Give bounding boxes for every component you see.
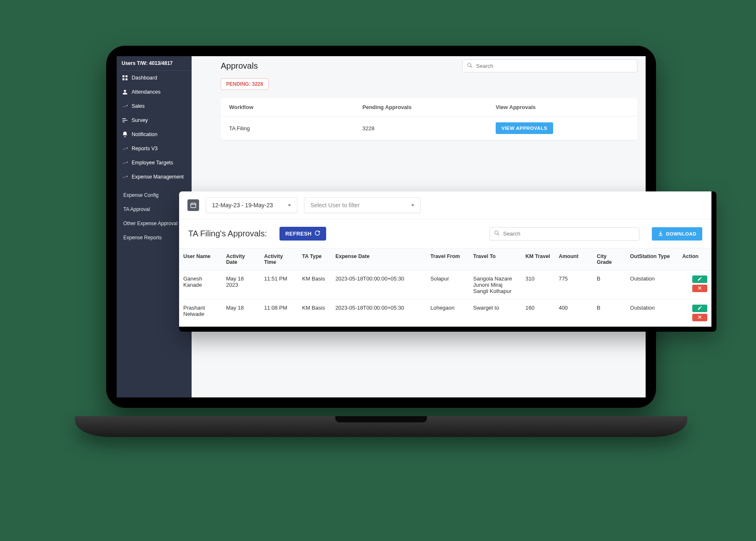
edit-row-button[interactable]: [692, 305, 707, 312]
sidebar-item-expense-management[interactable]: Expense Management: [117, 170, 192, 184]
cell-edate: 2023-05-18T00:00:00+05:30: [331, 270, 426, 300]
table-row: Ganesh Kanade May 18 2023 11:51 PM KM Ba…: [179, 270, 711, 300]
growth-icon: [122, 145, 128, 152]
cell-user: Ganesh Kanade: [179, 270, 222, 300]
pending-badge[interactable]: PENDING: 3228: [221, 78, 269, 90]
panel-filter-bar: 12-May-23 - 19-May-23 Select User to fil…: [179, 191, 711, 219]
person-icon: [122, 89, 128, 95]
cell-tto: Swarget to: [469, 300, 521, 327]
cell-adate: May 18 2023: [222, 270, 260, 300]
col-workflow: Workflow: [229, 104, 362, 110]
panel-toolbar: TA Filing's Approvals: REFRESH DOWNLOAD: [179, 219, 711, 248]
cell-grade: B: [593, 270, 626, 300]
delete-row-button[interactable]: [692, 285, 707, 292]
approvals-search-input[interactable]: [476, 63, 633, 69]
th-outtype: OutStation Type: [626, 248, 679, 270]
download-label: DOWNLOAD: [666, 231, 696, 236]
sidebar-item-label: Reports V3: [132, 146, 158, 151]
table-header-row: User Name Activity Date Activity Time TA…: [179, 248, 711, 270]
sidebar-item-survey[interactable]: Survey: [117, 113, 192, 127]
sidebar-item-label: Expense Management: [132, 174, 184, 180]
close-icon: [697, 285, 702, 292]
dashboard-icon: [122, 74, 128, 81]
calendar-icon: [187, 199, 199, 211]
cell-action: [678, 300, 711, 327]
sidebar-item-employee-targets[interactable]: Employee Targets: [117, 156, 192, 170]
pencil-icon: [697, 305, 702, 312]
search-icon: [467, 62, 473, 69]
delete-row-button[interactable]: [692, 314, 707, 321]
cell-adate: May 18: [222, 300, 260, 327]
date-range-value: 12-May-23 - 19-May-23: [212, 202, 273, 208]
cell-tfrom: Lohegaon: [426, 300, 469, 327]
col-view: View Approvals: [496, 104, 629, 110]
col-pending: Pending Approvals: [362, 104, 496, 110]
refresh-button[interactable]: REFRESH: [279, 227, 326, 241]
sidebar-item-label: Dashboard: [132, 75, 157, 81]
workflow-name: TA Filing: [229, 125, 362, 132]
page-title: Approvals: [221, 61, 258, 71]
th-atime: Activity Time: [260, 248, 298, 270]
view-approvals-label: VIEW APPROVALS: [502, 126, 547, 131]
view-approvals-button[interactable]: VIEW APPROVALS: [496, 122, 553, 134]
laptop-base: [75, 416, 687, 437]
bell-icon: [122, 131, 128, 138]
cell-grade: B: [593, 300, 626, 327]
close-icon: [697, 315, 702, 321]
svg-rect-0: [122, 75, 125, 77]
cell-atime: 11:51 PM: [260, 270, 298, 300]
sidebar-user-count: Users T/W: 4013/4817: [117, 56, 192, 71]
workflow-card: Workflow Pending Approvals View Approval…: [221, 98, 637, 140]
svg-rect-1: [125, 75, 127, 77]
svg-rect-7: [191, 203, 196, 208]
cell-outtype: Outstation: [626, 270, 679, 300]
cell-tatype: KM Basis: [298, 270, 331, 300]
cell-edate: 2023-05-18T00:00:00+05:30: [331, 300, 426, 327]
sidebar-item-label: Sales: [132, 103, 145, 109]
sidebar-item-reports[interactable]: Reports V3: [117, 141, 192, 156]
table-row: Prashant Nelwade May 18 11:08 PM KM Basi…: [179, 300, 711, 327]
cell-user: Prashant Nelwade: [179, 300, 222, 327]
svg-rect-2: [122, 78, 125, 80]
sidebar-item-notification[interactable]: Notification: [117, 127, 192, 141]
approvals-header: Approvals: [221, 56, 637, 78]
cell-tatype: KM Basis: [298, 300, 331, 327]
sidebar-item-dashboard[interactable]: Dashboard: [117, 71, 192, 85]
sidebar-item-label: Survey: [132, 117, 148, 123]
svg-line-6: [471, 66, 472, 68]
user-filter-placeholder: Select User to filter: [310, 202, 359, 208]
svg-point-11: [495, 231, 498, 234]
user-filter-select[interactable]: Select User to filter: [304, 197, 421, 213]
sidebar-item-attendances[interactable]: Attendances: [117, 85, 192, 99]
edit-row-button[interactable]: [692, 275, 707, 283]
cell-action: [678, 270, 711, 300]
th-km: KM Travel: [521, 248, 555, 270]
th-tatype: TA Type: [298, 248, 331, 270]
panel-search[interactable]: [489, 227, 639, 241]
growth-icon: [122, 159, 128, 166]
cell-tto: Sangola Nazare Junoni Miraj Sangli Kolha…: [469, 270, 521, 300]
th-action: Action: [678, 248, 711, 270]
search-icon: [494, 230, 500, 238]
sidebar-item-label: Employee Targets: [132, 160, 173, 166]
workflow-pending: 3228: [362, 125, 496, 132]
sidebar-item-sales[interactable]: Sales: [117, 99, 192, 113]
panel-search-input[interactable]: [503, 231, 635, 237]
panel-title: TA Filing's Approvals:: [188, 229, 267, 238]
cell-tfrom: Solapur: [426, 270, 469, 300]
growth-icon: [122, 174, 128, 180]
cell-outtype: Outstation: [626, 300, 679, 327]
pencil-icon: [697, 276, 702, 283]
th-edate: Expense Date: [331, 248, 426, 270]
approvals-search[interactable]: [462, 60, 637, 72]
workflow-row: TA Filing 3228 VIEW APPROVALS: [221, 116, 637, 140]
cell-atime: 11:08 PM: [260, 300, 298, 327]
th-user: User Name: [179, 248, 222, 270]
download-button[interactable]: DOWNLOAD: [652, 227, 702, 241]
date-range-picker[interactable]: 12-May-23 - 19-May-23: [206, 197, 297, 213]
sidebar-item-label: Attendances: [132, 89, 161, 95]
cell-km: 310: [521, 270, 555, 300]
workflow-header-row: Workflow Pending Approvals View Approval…: [221, 98, 637, 116]
ta-approvals-panel: 12-May-23 - 19-May-23 Select User to fil…: [179, 191, 716, 332]
cell-km: 160: [521, 300, 555, 327]
